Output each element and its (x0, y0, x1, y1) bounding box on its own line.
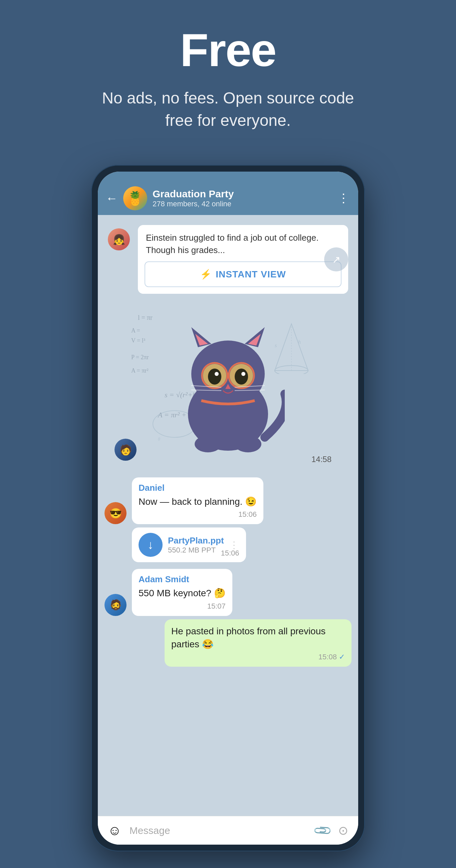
phone-wrapper: ← 🍍 Graduation Party 278 members, 42 onl… (91, 165, 365, 851)
svg-point-20 (215, 372, 219, 376)
status-bar (98, 172, 358, 182)
svg-text:h: h (298, 339, 301, 345)
daniel-message-text: Now — back to planning. 😉 (139, 495, 257, 508)
daniel-message-time: 15:06 (139, 510, 257, 519)
instant-view-button[interactable]: ⚡ INSTANT VIEW (145, 261, 341, 287)
hero-title: Free (94, 27, 362, 73)
adam-bubble: Adam Smidt 550 MB keynote? 🤔 15:07 (132, 569, 232, 616)
daniel-avatar: 😎 (104, 502, 126, 524)
sticker-timestamp: 14:58 (311, 455, 332, 464)
adam-sender-name: Adam Smidt (139, 574, 226, 585)
sender-avatar-girl: 👧 (108, 228, 130, 250)
sticker-message-area: l = πr A = V = l³ P = 2πr A = πr² s = √(… (104, 301, 352, 474)
chat-info: Graduation Party 278 members, 42 online (153, 188, 332, 208)
message-input-placeholder[interactable]: Message (129, 825, 307, 836)
daniel-bubble: Daniel Now — back to planning. 😉 15:06 (132, 477, 263, 524)
more-options-button[interactable]: ⋮ (337, 191, 350, 205)
math-formula-3: V = l³ (131, 337, 145, 344)
article-bubble: Einstein struggled to find a job out of … (138, 225, 348, 294)
attach-button[interactable]: 📎 (312, 820, 333, 841)
camera-button[interactable]: ⊙ (338, 824, 348, 838)
phone-screen: ← 🍍 Graduation Party 278 members, 42 onl… (98, 172, 358, 845)
daniel-message-row: 😎 Daniel Now — back to planning. 😉 15:06 (104, 477, 352, 524)
math-formula-5: A = πr² (131, 367, 149, 374)
adam-message-text: 550 MB keynote? 🤔 (139, 587, 226, 599)
file-size: 550.2 MB PPT (168, 546, 224, 555)
file-time: 15:06 (221, 549, 239, 558)
girl-avatar: 👧 (108, 228, 130, 250)
svg-point-28 (235, 436, 262, 452)
daniel-sender-name: Daniel (139, 483, 257, 493)
svg-point-18 (208, 369, 221, 384)
cat-sticker (171, 320, 285, 454)
file-name: PartyPlan.ppt (168, 535, 224, 546)
math-formula-1: l = πr (138, 314, 153, 321)
svg-text:θ: θ (158, 437, 160, 442)
chat-group-name: Graduation Party (153, 188, 332, 199)
own-message-row: He pasted in photos from all previous pa… (104, 619, 352, 667)
own-message-text: He pasted in photos from all previous pa… (171, 625, 345, 651)
chat-body: 👧 Einstein struggled to find a job out o… (98, 215, 358, 816)
chat-group-members: 278 members, 42 online (153, 199, 332, 208)
chat-header: ← 🍍 Graduation Party 278 members, 42 onl… (98, 182, 358, 215)
own-message-time: 15:08 (171, 653, 345, 661)
math-formula-4: P = 2πr (131, 354, 149, 361)
file-message-row: ↓ PartyPlan.ppt 550.2 MB PPT ⋮ 15:06 (104, 527, 352, 562)
share-button[interactable]: ↗ (324, 247, 348, 271)
sticker-sender-avatar: 🧑 (115, 439, 136, 461)
article-message-container: 👧 Einstein struggled to find a job out o… (98, 225, 358, 294)
file-bubble: ↓ PartyPlan.ppt 550.2 MB PPT ⋮ 15:06 (132, 527, 246, 562)
back-button[interactable]: ← (106, 192, 118, 204)
adam-message-row: 🧔 Adam Smidt 550 MB keynote? 🤔 15:07 (104, 569, 352, 616)
lightning-icon: ⚡ (200, 269, 212, 280)
file-download-icon[interactable]: ↓ (139, 533, 162, 557)
phone-outer: ← 🍍 Graduation Party 278 members, 42 onl… (91, 165, 365, 851)
emoji-button[interactable]: ☺ (108, 823, 122, 838)
math-formula-2: A = (131, 327, 140, 334)
adam-message-time: 15:07 (139, 602, 226, 611)
svg-point-21 (241, 372, 245, 376)
svg-point-19 (235, 369, 248, 384)
hero-section: Free No ads, no fees. Open source code f… (81, 0, 375, 152)
instant-view-label: INSTANT VIEW (216, 269, 286, 280)
svg-point-27 (194, 436, 221, 452)
file-info: PartyPlan.ppt 550.2 MB PPT (168, 535, 224, 555)
article-preview-text: Einstein struggled to find a job out of … (138, 225, 348, 261)
message-input-bar: ☺ Message 📎 ⊙ (98, 816, 358, 845)
group-avatar-emoji: 🍍 (127, 191, 144, 206)
own-bubble: He pasted in photos from all previous pa… (164, 619, 352, 667)
adam-avatar: 🧔 (104, 594, 126, 616)
chat-group-avatar: 🍍 (123, 186, 147, 210)
guy1-avatar: 🧑 (115, 439, 136, 461)
hero-subtitle: No ads, no fees. Open source code free f… (94, 87, 362, 131)
